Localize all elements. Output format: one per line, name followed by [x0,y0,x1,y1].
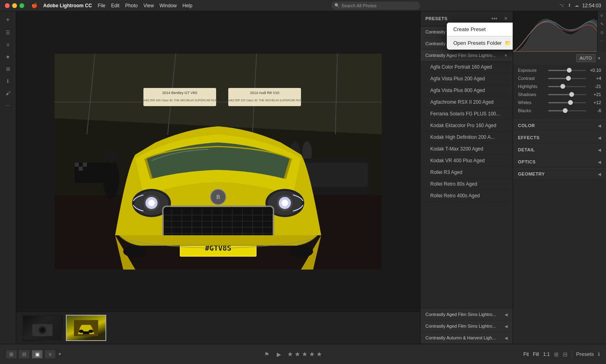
preset-group-item[interactable]: Contrastly Aged Film Sims Lightro... ◀ [421,320,513,332]
grid-icon[interactable]: ☰ [6,30,10,36]
filter-icon[interactable]: ⌥ [559,3,564,8]
zoom-1to1-button[interactable]: 1:1 [543,351,550,357]
minimize-button[interactable] [12,3,17,8]
menu-help[interactable]: Help [183,3,193,8]
star-3[interactable]: ★ [302,350,307,358]
maximize-button[interactable] [19,3,24,8]
preset-item[interactable]: Rollei Retro 400s Aged [421,190,513,202]
split-icon[interactable]: ⊟ [563,351,568,358]
share-icon[interactable]: ⬆ [568,3,571,8]
menu-view[interactable]: View [143,3,154,8]
contrast-slider[interactable] [548,78,586,79]
exposure-value: +0.10 [588,68,601,73]
auto-button[interactable]: AUTO [576,54,595,62]
shadows-value: +21 [588,92,601,97]
contrast-fill [548,78,568,79]
preset-item[interactable]: Kodak Ektacolor Pro 160 Aged [421,120,513,132]
close-button[interactable] [5,3,10,8]
preset-item[interactable]: Agfachrome RSX II 200 Aged [421,96,513,108]
shadows-slider[interactable] [548,94,586,95]
preset-item[interactable]: Ferrania Solaris FG PLUS 100... [421,108,513,120]
histogram-area: ≡ ✎ ⊙ ··· [513,11,606,52]
preset-item[interactable]: Kodak VR 400 Plus Aged [421,155,513,167]
preset-group-expanded[interactable]: Contrastly Aged Film Sims Lightro... ▼ [421,50,513,61]
detail-section-header[interactable]: DETAIL ◀ [513,144,606,156]
preset-item[interactable]: Rollei R3 Aged [421,167,513,178]
presets-close-icon[interactable]: ✕ [504,16,508,21]
menu-photo[interactable]: Photo [125,3,138,8]
add-icon[interactable]: + [6,16,10,23]
panel-icon-1[interactable]: ≡ [601,13,603,18]
crop-icon[interactable]: ⊞ [6,66,10,72]
menu-file[interactable]: File [98,3,105,8]
star-rating[interactable]: ★ ★ ★ ★ ★ [287,350,322,358]
exposure-slider[interactable] [548,70,586,71]
color-section-header[interactable]: COLOR ◀ [513,119,606,132]
context-menu: Create Preset Open Presets Folder 📁 [447,23,513,50]
star-icon[interactable]: ★ [6,54,10,60]
blacks-thumb[interactable] [563,108,568,113]
sort-button[interactable]: ≡ [45,350,55,358]
film-thumbnail[interactable] [22,315,63,341]
dots-icon[interactable]: ··· [6,103,10,108]
star-1[interactable]: ★ [287,350,293,358]
film-thumbnail-active[interactable] [66,315,106,341]
preset-group-item[interactable]: Contrastly Aged Film Sims Lightro... ◀ [421,309,513,320]
presets-more-icon[interactable]: ••• [491,15,497,22]
menu-edit[interactable]: Edit [111,3,120,8]
search-placeholder: Search All Photos [341,3,377,8]
compare-icon[interactable]: ⊞ [554,351,559,358]
square-view-button[interactable]: ⊟ [19,350,29,358]
effects-section-header[interactable]: EFFECTS ◀ [513,132,606,144]
preset-item[interactable]: Kodak High Definition 200 A... [421,132,513,143]
search-bar[interactable]: 🔍 Search All Photos [331,2,420,10]
exposure-thumb[interactable] [567,68,572,73]
apple-icon[interactable]: 🍎 [32,3,38,8]
info-button[interactable]: ℹ [598,351,600,357]
whites-thumb[interactable] [568,100,573,105]
contrast-row: Contrast +4 [518,76,601,81]
preset-item[interactable]: Agfa Vista Plus 200 Aged [421,73,513,85]
star-5[interactable]: ★ [316,350,322,358]
preset-item[interactable]: Agfa Color Portrait 160 Aged [421,61,513,73]
panel-icon-4[interactable]: ··· [600,39,603,43]
info-icon[interactable]: ℹ [7,78,9,84]
time-display: 12:54:03 [582,3,601,8]
geometry-section-header[interactable]: GEOMETRY ◀ [513,168,606,180]
flag-button-1[interactable]: ⚑ [263,351,271,358]
open-folder-option[interactable]: Open Presets Folder 📁 [447,36,513,50]
blacks-slider[interactable] [548,110,586,111]
star-4[interactable]: ★ [309,350,315,358]
preset-group-item[interactable]: Contrastly Autumn & Harvest Ligh... ◀ [421,332,513,344]
paint-icon[interactable]: 🖌 [6,90,11,96]
star-2[interactable]: ★ [295,350,300,358]
create-preset-option[interactable]: Create Preset [447,23,513,36]
fit-button[interactable]: Fit [524,351,529,357]
preset-item[interactable]: Kodak T-Max 3200 Aged [421,143,513,155]
shadows-thumb[interactable] [569,92,574,97]
svg-rect-67 [83,331,89,334]
chevron-down-icon: ▼ [504,53,508,58]
auto-chevron-icon[interactable]: ▼ [597,56,601,61]
adjust-icon[interactable]: ≡ [6,42,9,48]
optics-section-header[interactable]: OPTICS ◀ [513,156,606,168]
single-view-button[interactable]: ▣ [32,350,42,358]
menu-window[interactable]: Window [160,3,177,8]
panel-icon-3[interactable]: ⊙ [600,30,604,35]
svg-text:2014 Audi R8 V10: 2014 Audi R8 V10 [250,91,280,95]
cloud-icon[interactable]: ☁ [574,3,579,8]
highlights-thumb[interactable] [560,84,565,89]
grid-view-button[interactable]: ⊞ [6,350,17,358]
preset-item[interactable]: Rollei Retro 80s Aged [421,178,513,190]
sort-chevron-icon[interactable]: ▼ [58,352,62,356]
preset-item[interactable]: Agfa Vista Plus 800 Aged [421,85,513,96]
contrast-thumb[interactable] [566,76,571,81]
presets-label[interactable]: Presets [576,351,594,357]
highlights-slider[interactable] [548,86,586,87]
fill-button[interactable]: Fill [533,351,539,357]
svg-point-31 [148,200,155,206]
panel-icon-2[interactable]: ✎ [600,22,604,26]
whites-slider[interactable] [548,102,586,103]
filmstrip [16,312,420,344]
flag-button-2[interactable]: ▶ [276,351,282,358]
